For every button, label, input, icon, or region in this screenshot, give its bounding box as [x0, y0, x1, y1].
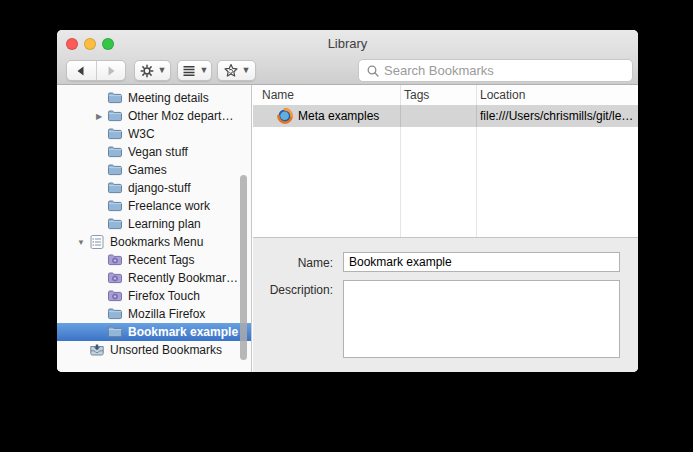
- forward-arrow-icon: [103, 63, 119, 79]
- forward-button[interactable]: [96, 61, 126, 80]
- column-header-tags[interactable]: Tags: [404, 85, 429, 106]
- inbox-icon: [89, 342, 110, 358]
- description-field[interactable]: [343, 280, 620, 358]
- sidebar-item-label: django-stuff: [128, 181, 195, 195]
- smart-folder-icon: [107, 252, 128, 268]
- magnifier-icon: [366, 64, 380, 78]
- disclosure-triangle-icon[interactable]: ▼: [73, 238, 89, 247]
- sidebar-item-label: Recently Bookmar…: [128, 271, 242, 285]
- folder-icon: [107, 90, 128, 106]
- views-button[interactable]: ▼: [177, 60, 212, 81]
- sidebar-item-label: Other Moz depart…: [128, 109, 237, 123]
- sidebar-item-label: Unsorted Bookmarks: [110, 343, 226, 357]
- folder-icon: [107, 180, 128, 196]
- history-nav-segmented: [66, 60, 126, 81]
- folder-icon: [107, 198, 128, 214]
- chevron-down-icon: ▼: [242, 66, 251, 75]
- column-header-location[interactable]: Location: [480, 85, 525, 106]
- details-pane: Name: Description:: [253, 237, 638, 372]
- row-name: Meta examples: [298, 106, 379, 127]
- sidebar-item-recent-tags[interactable]: Recent Tags: [57, 251, 251, 269]
- column-separator: [400, 85, 401, 237]
- sidebar-item-label: Freelance work: [128, 199, 214, 213]
- gear-icon: [139, 63, 155, 79]
- star-refresh-icon: [223, 63, 239, 79]
- sidebar-item-label: Bookmark example: [128, 325, 242, 339]
- search-input[interactable]: [384, 63, 625, 78]
- list-header: Name Tags Location: [253, 85, 638, 106]
- sidebar-item-games[interactable]: Games: [57, 161, 251, 179]
- folder-icon: [107, 126, 128, 142]
- sidebar-item-other-moz-depart[interactable]: ▶Other Moz depart…: [57, 107, 251, 125]
- folder-icon: [107, 144, 128, 160]
- back-button[interactable]: [67, 61, 96, 80]
- description-field-label: Description:: [253, 283, 333, 297]
- menu-list-icon: [89, 234, 110, 250]
- row-location: file:///Users/chrismills/git/le…: [480, 106, 635, 127]
- sidebar-scrollbar-thumb[interactable]: [240, 175, 247, 360]
- smart-folder-icon: [107, 288, 128, 304]
- sidebar-item-django-stuff[interactable]: django-stuff: [57, 179, 251, 197]
- sidebar-item-bookmark-example[interactable]: Bookmark example: [57, 323, 251, 341]
- window-chrome: Library ▼: [57, 30, 638, 85]
- sidebar: Meeting details▶Other Moz depart…W3CVega…: [57, 85, 252, 372]
- smart-folder-icon: [107, 270, 128, 286]
- sidebar-item-unsorted-bookmarks[interactable]: Unsorted Bookmarks: [57, 341, 251, 359]
- bookmarks-list: Name Tags Location Meta examplesfile:///…: [253, 85, 638, 237]
- library-window: Library ▼: [57, 30, 638, 372]
- chevron-down-icon: ▼: [158, 66, 167, 75]
- sidebar-item-label: Mozilla Firefox: [128, 307, 209, 321]
- import-backup-button[interactable]: ▼: [217, 60, 256, 81]
- firefox-icon: [277, 108, 293, 124]
- sidebar-item-label: Bookmarks Menu: [110, 235, 207, 249]
- folder-icon: [107, 216, 128, 232]
- folder-icon: [107, 306, 128, 322]
- list-lines-icon: [181, 63, 197, 79]
- disclosure-triangle-icon[interactable]: ▶: [91, 112, 107, 121]
- chevron-down-icon: ▼: [200, 66, 209, 75]
- folder-icon: [107, 324, 128, 340]
- sidebar-item-label: Meeting details: [128, 91, 213, 105]
- column-separator: [476, 85, 477, 237]
- sidebar-item-label: Vegan stuff: [128, 145, 192, 159]
- sidebar-tree: Meeting details▶Other Moz depart…W3CVega…: [57, 89, 251, 359]
- organize-button[interactable]: ▼: [134, 60, 171, 81]
- search-field[interactable]: [358, 59, 633, 82]
- sidebar-item-label: W3C: [128, 127, 159, 141]
- folder-icon: [107, 108, 128, 124]
- sidebar-item-w3c[interactable]: W3C: [57, 125, 251, 143]
- sidebar-item-firefox-touch[interactable]: Firefox Touch: [57, 287, 251, 305]
- desktop-background: Library ▼: [0, 0, 693, 452]
- sidebar-item-meeting-details[interactable]: Meeting details: [57, 89, 251, 107]
- sidebar-item-learning-plan[interactable]: Learning plan: [57, 215, 251, 233]
- sidebar-item-recently-bookmar[interactable]: Recently Bookmar…: [57, 269, 251, 287]
- content-area: Meeting details▶Other Moz depart…W3CVega…: [57, 85, 638, 372]
- sidebar-item-label: Firefox Touch: [128, 289, 204, 303]
- main-pane: Name Tags Location Meta examplesfile:///…: [253, 85, 638, 372]
- name-field-label: Name:: [253, 256, 333, 270]
- sidebar-item-label: Games: [128, 163, 171, 177]
- titlebar[interactable]: Library: [57, 30, 638, 56]
- window-title: Library: [57, 30, 638, 56]
- list-row-meta-examples[interactable]: Meta examplesfile:///Users/chrismills/gi…: [253, 106, 638, 127]
- column-header-name[interactable]: Name: [262, 85, 294, 106]
- sidebar-item-label: Learning plan: [128, 217, 205, 231]
- back-arrow-icon: [73, 63, 89, 79]
- folder-icon: [107, 162, 128, 178]
- sidebar-item-vegan-stuff[interactable]: Vegan stuff: [57, 143, 251, 161]
- sidebar-item-freelance-work[interactable]: Freelance work: [57, 197, 251, 215]
- sidebar-item-bookmarks-menu[interactable]: ▼Bookmarks Menu: [57, 233, 251, 251]
- sidebar-item-label: Recent Tags: [128, 253, 199, 267]
- sidebar-item-mozilla-firefox[interactable]: Mozilla Firefox: [57, 305, 251, 323]
- name-field[interactable]: [343, 252, 620, 272]
